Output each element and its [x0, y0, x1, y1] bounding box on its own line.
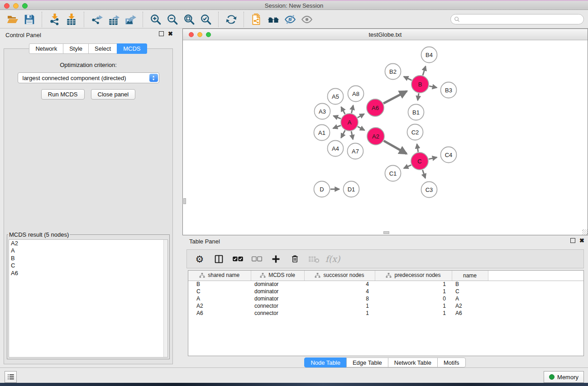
mcds-result-list[interactable]: A2ABCA6	[9, 239, 168, 357]
node-A8[interactable]: A8	[348, 86, 364, 102]
node-C[interactable]: C	[411, 152, 428, 170]
show-details-button[interactable]	[298, 12, 315, 27]
edge-C-C3[interactable]	[422, 170, 425, 178]
table-row[interactable]: Bdominator41B	[188, 281, 583, 288]
tab-node-table[interactable]: Node Table	[304, 357, 347, 367]
edge-A-A6[interactable]	[358, 114, 364, 118]
zoom-in-button[interactable]	[147, 12, 164, 27]
mcds-result-item[interactable]: A	[9, 247, 167, 254]
node-A1[interactable]: A1	[314, 125, 330, 141]
mcds-result-item[interactable]: C	[9, 262, 167, 269]
import-network-button[interactable]	[46, 12, 63, 27]
network-graph[interactable]: B4B2BB3A8A5A6A3B1AC2A1A2A4A7C4CC1C3DD1	[183, 41, 587, 234]
tab-mcds[interactable]: MCDS	[117, 43, 147, 54]
export-table-button[interactable]	[105, 12, 122, 27]
node-B3[interactable]: B3	[441, 82, 457, 98]
node-C4[interactable]: C4	[441, 147, 457, 163]
select-all-button[interactable]	[230, 252, 245, 266]
edge-A6-B[interactable]	[383, 91, 407, 103]
split-view-button[interactable]	[211, 252, 226, 266]
run-mcds-button[interactable]: Run MCDS	[41, 89, 85, 100]
refresh-layout-button[interactable]	[223, 12, 239, 27]
edge-A-A3[interactable]	[334, 116, 341, 119]
mcds-result-item[interactable]: A6	[9, 270, 167, 277]
add-column-button[interactable]	[268, 252, 283, 266]
node-A6[interactable]: A6	[367, 99, 384, 116]
column-header-name[interactable]: name	[452, 271, 488, 281]
delete-column-button[interactable]	[287, 252, 302, 266]
node-A5[interactable]: A5	[328, 89, 344, 105]
network-file-button[interactable]	[248, 12, 265, 27]
node-D[interactable]: D	[314, 181, 330, 197]
node-B1[interactable]: B1	[408, 105, 424, 120]
tab-select[interactable]: Select	[88, 43, 117, 54]
node-A[interactable]: A	[341, 114, 358, 131]
column-header-predecessor-nodes[interactable]: predecessor nodes	[375, 271, 452, 281]
node-B2[interactable]: B2	[385, 64, 401, 80]
mcds-result-item[interactable]: A2	[9, 240, 167, 247]
settings-button[interactable]: ⚙	[192, 252, 207, 266]
zoom-out-button[interactable]	[164, 12, 181, 27]
save-session-button[interactable]	[21, 12, 38, 27]
table-row[interactable]: A2connector11A2	[188, 302, 583, 310]
network-vertical-scrollbar[interactable]	[183, 198, 186, 204]
search-field[interactable]	[450, 14, 584, 24]
tab-style[interactable]: Style	[63, 43, 89, 54]
column-header-MCDS-role[interactable]: MCDS role	[251, 271, 304, 281]
table-row[interactable]: A6connector11A6	[188, 310, 583, 317]
close-panel-button[interactable]: Close panel	[91, 89, 136, 100]
home-button[interactable]	[265, 12, 282, 27]
node-C1[interactable]: C1	[385, 166, 401, 181]
tab-motifs[interactable]: Motifs	[437, 357, 466, 367]
node-B[interactable]: B	[411, 76, 429, 93]
float-panel-icon[interactable]	[159, 31, 164, 36]
criterion-select[interactable]: largest connected component (directed) ▲…	[18, 72, 159, 83]
deselect-all-button[interactable]	[249, 252, 264, 266]
network-window-titlebar[interactable]: testGlobe.txt	[183, 29, 588, 40]
table-row[interactable]: Adominator80A	[188, 295, 583, 302]
mcds-result-item[interactable]: B	[9, 255, 167, 262]
close-panel-icon[interactable]: ✖	[168, 31, 173, 36]
zoom-fit-button[interactable]	[181, 12, 197, 27]
network-canvas[interactable]: B4B2BB3A8A5A6A3B1AC2A1A2A4A7C4CC1C3DD1	[183, 41, 587, 234]
node-C2[interactable]: C2	[407, 124, 423, 140]
edge-A-A4[interactable]	[341, 130, 345, 138]
edge-A-A8[interactable]	[351, 105, 353, 113]
export-image-button[interactable]	[122, 12, 139, 27]
node-D1[interactable]: D1	[344, 181, 359, 197]
window-titlebar[interactable]: Session: New Session	[0, 0, 588, 10]
task-history-button[interactable]	[5, 371, 17, 383]
table-row[interactable]: Cdominator41C	[188, 288, 583, 295]
tab-edge-table[interactable]: Edge Table	[346, 357, 388, 367]
network-resize-grip[interactable]	[582, 229, 588, 235]
edge-B-B2[interactable]	[404, 76, 411, 80]
result-list-scrollbar[interactable]	[163, 240, 167, 357]
edge-A-A7[interactable]	[351, 131, 353, 139]
tab-network-table[interactable]: Network Table	[388, 357, 438, 367]
node-B4[interactable]: B4	[421, 47, 437, 63]
edge-C-C1[interactable]	[404, 165, 411, 168]
zoom-selected-button[interactable]	[197, 12, 214, 27]
edge-A-A1[interactable]	[333, 125, 341, 128]
edge-B-B4[interactable]	[423, 66, 425, 75]
search-input[interactable]	[460, 15, 583, 24]
edge-B-B1[interactable]	[418, 93, 419, 100]
float-table-panel-icon[interactable]	[570, 238, 575, 243]
node-A2[interactable]: A2	[367, 128, 384, 145]
edge-A2-C[interactable]	[384, 141, 406, 154]
open-file-button[interactable]	[4, 12, 21, 27]
edge-A-A5[interactable]	[341, 107, 345, 114]
close-table-panel-icon[interactable]: ✖	[579, 238, 584, 243]
memory-button[interactable]: Memory	[544, 371, 584, 383]
export-network-button[interactable]	[88, 12, 105, 27]
hide-details-button[interactable]	[282, 12, 298, 27]
import-table-button[interactable]	[63, 12, 80, 27]
column-header-shared-name[interactable]: shared name	[188, 271, 251, 281]
edge-C-C2[interactable]	[417, 144, 418, 152]
edge-B-B3[interactable]	[429, 86, 437, 88]
column-header-successor-nodes[interactable]: successor nodes	[304, 271, 375, 281]
node-A7[interactable]: A7	[348, 143, 363, 159]
node-C3[interactable]: C3	[421, 182, 437, 198]
tab-network[interactable]: Network	[29, 43, 63, 54]
edge-A-A2[interactable]	[358, 127, 364, 130]
